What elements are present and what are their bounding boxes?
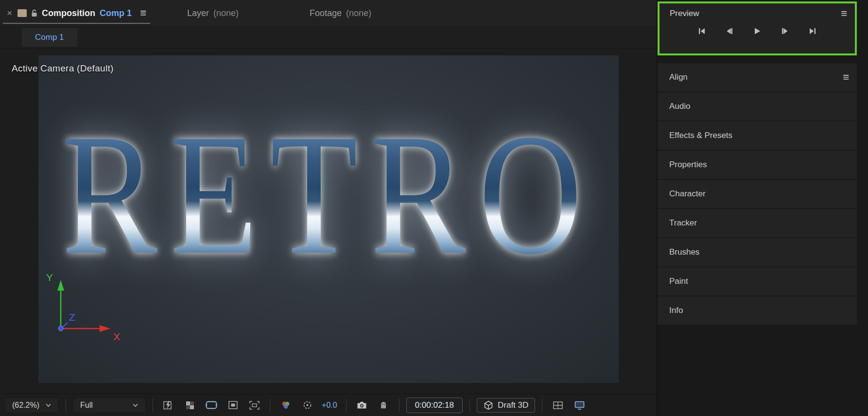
play-button[interactable] (751, 26, 764, 36)
panel-tab-effects-presets[interactable]: Effects & Presets (658, 121, 857, 150)
grid-lightning-icon (163, 400, 174, 410)
toolbar-separator (542, 399, 542, 412)
exposure-reset-button[interactable] (298, 398, 316, 413)
checkerboard-icon (186, 401, 194, 410)
pixel-aspect-ratio-button[interactable] (245, 398, 263, 413)
panel-tab-bar: × Composition Comp 1 ≡ Layer (none) Foot… (0, 0, 657, 27)
tab-footage[interactable]: Footage (none) (303, 0, 378, 26)
frame-corners-icon (249, 401, 260, 410)
next-frame-button[interactable] (779, 26, 791, 36)
resolution-dropdown[interactable]: Full (73, 398, 146, 413)
next-frame-icon (781, 27, 789, 35)
layout-grid-icon (553, 401, 563, 409)
tab-document-name: (none) (346, 8, 371, 18)
panel-tab-info[interactable]: Info (658, 296, 857, 325)
tab-document-name: (none) (213, 8, 239, 18)
play-icon (753, 27, 762, 35)
panel-tab-brushes[interactable]: Brushes (658, 238, 857, 266)
toolbar-separator (153, 399, 153, 412)
channels-button[interactable] (277, 398, 295, 413)
square-in-square-icon (228, 401, 238, 409)
cube-icon (484, 400, 493, 410)
panel-label: Info (669, 306, 683, 315)
chevron-down-icon (45, 403, 52, 407)
mask-outline-icon (206, 401, 217, 409)
panel-menu-icon[interactable]: ≡ (841, 8, 847, 19)
retro-text: RETRO (62, 107, 595, 281)
toolbar-separator (399, 399, 399, 412)
view-layout-button[interactable] (549, 398, 567, 413)
panel-label: Tracker (669, 218, 697, 228)
preview-panel: Preview ≡ (658, 1, 857, 55)
axis-label-z: Z (69, 312, 75, 323)
show-snapshot-button[interactable] (375, 398, 392, 413)
region-of-interest-button[interactable] (224, 398, 242, 413)
ghost-icon (379, 401, 388, 410)
tab-title: Composition (42, 8, 95, 18)
previous-frame-icon (725, 27, 734, 35)
panel-label: Properties (669, 160, 707, 170)
chevron-down-icon (132, 403, 139, 407)
close-panel-icon[interactable]: × (7, 8, 12, 18)
camera-icon (357, 401, 367, 409)
panel-menu-icon[interactable]: ≡ (140, 7, 146, 19)
magnification-dropdown[interactable]: (62.2%) (5, 398, 59, 413)
toolbar-separator (66, 399, 66, 412)
magnification-value: (62.2%) (12, 401, 39, 410)
transparency-grid-button[interactable] (181, 398, 199, 413)
composition-panel: × Composition Comp 1 ≡ Layer (none) Foot… (0, 0, 658, 416)
composition-viewport[interactable]: RETRO Y X Z Active Camera (Default) (0, 49, 657, 394)
axis-label-x: X (113, 331, 120, 342)
active-camera-label[interactable]: Active Camera (Default) (12, 63, 114, 74)
display-color-management-button[interactable] (571, 398, 588, 413)
preview-transport-controls (660, 26, 855, 36)
monitor-icon (574, 401, 585, 410)
rgb-channels-icon (281, 401, 291, 410)
collapsed-panel-stack: Align ≡ Audio Effects & Presets Properti… (658, 63, 857, 325)
composition-toolbar: (62.2%) Full (0, 394, 657, 416)
toolbar-separator (469, 399, 470, 412)
panel-label: Audio (669, 102, 690, 111)
toolbar-separator (270, 399, 270, 412)
axis-label-y: Y (46, 272, 53, 283)
exposure-value[interactable]: +0.0 (320, 401, 339, 410)
grid-guides-button[interactable] (160, 398, 177, 413)
toolbar-separator (346, 399, 347, 412)
panel-tab-align[interactable]: Align ≡ (658, 63, 857, 91)
panel-tab-character[interactable]: Character (658, 180, 857, 208)
panel-label: Character (669, 189, 706, 199)
composition-tab-row: Comp 1 (0, 27, 657, 49)
tab-title: Footage (310, 8, 342, 18)
panel-menu-icon[interactable]: ≡ (843, 72, 849, 83)
tab-title: Layer (187, 8, 209, 18)
panel-label: Paint (669, 277, 688, 286)
tab-layer[interactable]: Layer (none) (180, 0, 245, 26)
tab-composition[interactable]: × Composition Comp 1 ≡ (0, 0, 153, 26)
mask-visibility-button[interactable] (203, 398, 220, 413)
timecode-field[interactable]: 0:00:02:18 (406, 398, 463, 413)
panel-label: Effects & Presets (669, 131, 732, 140)
exposure-shutter-icon (303, 400, 312, 410)
unlock-icon (31, 9, 37, 17)
comp-tab-comp1[interactable]: Comp 1 (22, 28, 77, 47)
first-frame-button[interactable] (695, 26, 708, 36)
panel-dock: Preview ≡ (658, 0, 868, 416)
panel-tab-tracker[interactable]: Tracker (658, 209, 857, 237)
panel-tab-paint[interactable]: Paint (658, 267, 857, 295)
preview-panel-header[interactable]: Preview ≡ (660, 3, 855, 19)
resolution-value: Full (80, 401, 93, 410)
panel-tab-audio[interactable]: Audio (658, 92, 857, 121)
previous-frame-button[interactable] (723, 26, 736, 36)
last-frame-button[interactable] (806, 26, 819, 36)
panel-color-swatch-icon (17, 9, 27, 17)
take-snapshot-button[interactable] (353, 398, 371, 413)
preview-panel-title: Preview (670, 9, 699, 18)
renderer-label: Draft 3D (498, 400, 528, 410)
3d-axis-gizmo: Y X Z (38, 263, 140, 356)
first-frame-icon (697, 27, 706, 35)
tab-document-name: Comp 1 (100, 8, 132, 18)
draft-3d-toggle[interactable]: Draft 3D (477, 398, 535, 413)
panel-label: Align (669, 72, 688, 82)
last-frame-icon (808, 27, 817, 35)
panel-tab-properties[interactable]: Properties (658, 151, 857, 179)
